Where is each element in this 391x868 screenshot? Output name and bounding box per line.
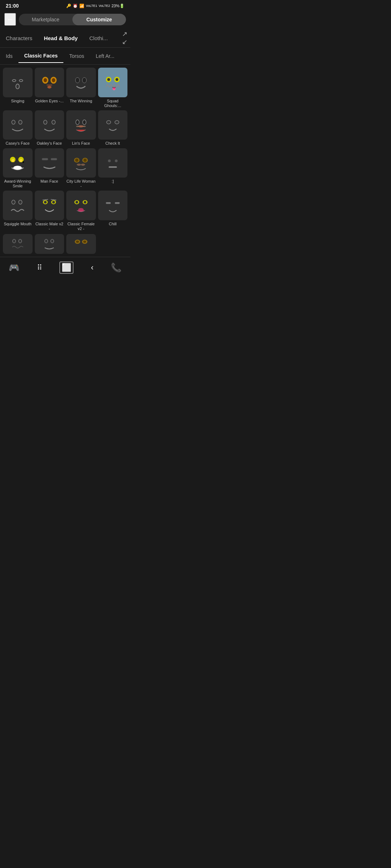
item-squiggle-mouth[interactable]: Squiggle Mouth	[3, 191, 33, 231]
item-thumb-check-it	[98, 110, 128, 140]
torsos-tab[interactable]: Torsos	[63, 50, 90, 63]
item-thumb-squiggle-mouth	[3, 191, 33, 220]
item-check-it[interactable]: Check It	[98, 110, 128, 146]
svg-point-5	[43, 78, 47, 82]
key-icon: 🔑	[66, 4, 71, 8]
svg-point-33	[13, 166, 22, 170]
item-partial-3[interactable]	[66, 234, 96, 254]
marketplace-tab[interactable]: Marketplace	[19, 14, 72, 25]
item-chill[interactable]: Chill	[98, 191, 128, 231]
item-label-caseys-face: Casey's Face	[6, 141, 30, 146]
item-label-bracket-smile: :]	[112, 179, 114, 184]
item-label-chill: Chill	[109, 222, 117, 226]
head-body-tab[interactable]: Head & Body	[38, 31, 83, 45]
clothing-tab[interactable]: Clothi...	[84, 31, 114, 45]
item-golden-eyes[interactable]: Golden Eyes -...	[35, 68, 64, 108]
item-thumb-man-face	[35, 148, 64, 178]
item-man-face[interactable]: Man Face	[35, 148, 64, 189]
item-label-lins-face: Lin's Face	[72, 141, 90, 146]
svg-point-61	[18, 239, 21, 243]
item-singing[interactable]: Singing	[3, 68, 33, 108]
item-label-award-winning: Award-Winning Smile	[3, 179, 33, 188]
item-thumb-partial-2	[35, 234, 64, 254]
svg-rect-44	[109, 166, 117, 168]
item-label-squad-ghouls: Squad Ghouls:...	[98, 99, 128, 108]
svg-point-20	[52, 120, 55, 124]
svg-point-45	[12, 200, 16, 204]
menu-button[interactable]: ⠿	[37, 263, 42, 272]
classic-faces-tab[interactable]: Classic Faces	[18, 49, 64, 63]
svg-point-9	[76, 77, 80, 83]
phone-button[interactable]: 📞	[111, 263, 122, 273]
item-lins-face[interactable]: Lin's Face	[66, 110, 96, 146]
item-thumb-lins-face	[66, 110, 96, 140]
svg-point-60	[13, 239, 16, 243]
item-thumb-squad-ghouls: 👅	[98, 68, 128, 97]
svg-point-14	[107, 78, 110, 81]
item-classic-female-v2[interactable]: Classic Female v2 -	[66, 191, 96, 231]
partial-items-row	[0, 234, 130, 257]
item-caseys-face[interactable]: Casey's Face	[3, 110, 33, 146]
svg-point-25	[83, 126, 86, 127]
item-label-man-face: Man Face	[41, 179, 58, 184]
item-thumb-city-life-woman	[66, 148, 96, 178]
item-classic-male-v2[interactable]: Classic Male v2 -	[35, 191, 64, 231]
svg-point-6	[52, 78, 55, 82]
svg-point-39	[83, 158, 87, 162]
battery-icon: 23%🔋	[112, 4, 125, 8]
svg-point-42	[108, 159, 111, 162]
expand-icon[interactable]: ↗↙	[122, 30, 127, 46]
lte2-icon: VoLTE2	[99, 4, 110, 8]
home-button[interactable]: ⬜	[59, 261, 73, 274]
item-award-winning[interactable]: ⭐ ⭐ ★ Award-Winning Smile	[3, 148, 33, 189]
svg-text:👅: 👅	[112, 87, 116, 91]
svg-rect-35	[51, 158, 57, 160]
item-the-winning[interactable]: The Winning	[66, 68, 96, 108]
item-squad-ghouls[interactable]: 👅 Squad Ghouls:...	[98, 68, 128, 108]
item-thumb-oakleys-face	[35, 110, 64, 140]
back-button[interactable]: ←	[4, 13, 16, 26]
item-label-squiggle-mouth: Squiggle Mouth	[4, 222, 31, 226]
bottom-navigation: 🎮 ⠿ ⬜ ‹ 📞	[0, 257, 130, 277]
svg-point-56	[84, 201, 87, 204]
item-oakleys-face[interactable]: Oakley's Face	[35, 110, 64, 146]
left-arm-tab[interactable]: Left Ar...	[90, 50, 120, 63]
svg-point-55	[76, 201, 79, 204]
item-bracket-smile[interactable]: :]	[98, 148, 128, 189]
item-label-city-life-woman: City Life Woman -	[66, 179, 96, 188]
svg-rect-59	[115, 202, 119, 204]
svg-point-40	[77, 163, 81, 166]
item-city-life-woman[interactable]: City Life Woman -	[66, 148, 96, 189]
svg-rect-34	[42, 158, 48, 160]
svg-line-51	[42, 199, 48, 200]
system-back-button[interactable]: ‹	[91, 263, 93, 272]
svg-point-21	[76, 120, 79, 124]
status-time: 21:00	[6, 3, 19, 9]
svg-point-19	[43, 120, 47, 124]
svg-point-49	[44, 201, 47, 204]
lte1-icon: VoLTE1	[86, 4, 97, 8]
svg-point-67	[83, 241, 86, 243]
svg-text:★: ★	[22, 160, 25, 163]
customize-tab[interactable]: Customize	[72, 14, 126, 25]
item-thumb-classic-female-v2	[66, 191, 96, 220]
item-label-check-it: Check It	[105, 141, 120, 146]
gamepad-button[interactable]: 🎮	[9, 263, 20, 273]
svg-point-18	[19, 120, 22, 124]
svg-point-62	[45, 239, 48, 243]
item-thumb-partial-1	[3, 234, 33, 254]
item-label-singing: Singing	[11, 99, 24, 103]
characters-tab[interactable]: Characters	[0, 31, 38, 45]
sub-tabs: Ids Classic Faces Torsos Left Ar...	[0, 48, 130, 65]
items-grid: Singing Golden Eyes -... The Winning	[0, 65, 130, 234]
svg-point-17	[12, 120, 16, 124]
svg-text:⭐: ⭐	[11, 158, 15, 163]
item-thumb-partial-3	[66, 234, 96, 254]
ids-tab[interactable]: Ids	[0, 50, 18, 63]
svg-point-7	[47, 86, 51, 89]
item-thumb-classic-male-v2	[35, 191, 64, 220]
item-partial-2[interactable]	[35, 234, 64, 254]
svg-point-1	[19, 80, 23, 82]
svg-rect-58	[106, 202, 110, 204]
item-partial-1[interactable]	[3, 234, 33, 254]
